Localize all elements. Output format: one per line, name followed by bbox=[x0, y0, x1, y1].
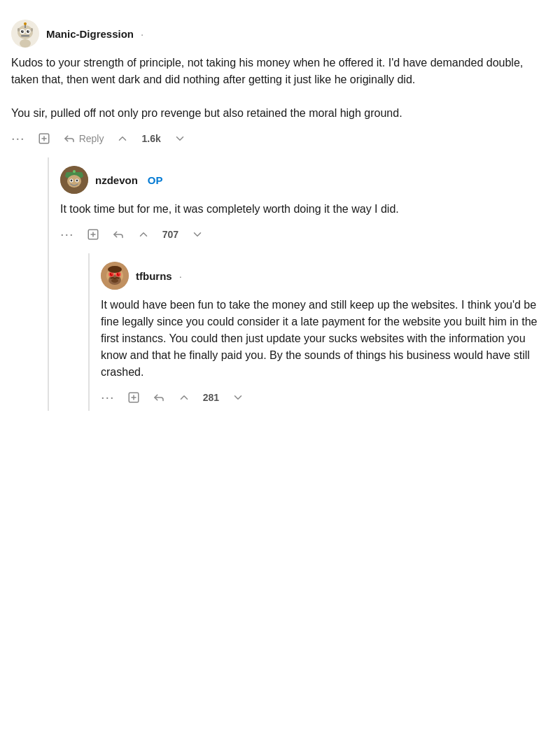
upvote-button[interactable] bbox=[137, 228, 150, 241]
svg-rect-12 bbox=[21, 35, 29, 37]
reply-button[interactable]: Reply bbox=[63, 132, 104, 145]
save-button[interactable] bbox=[87, 228, 99, 241]
nested-comment-tfburns-container: tfburns · It would have been fun to take… bbox=[88, 253, 549, 411]
svg-rect-2 bbox=[18, 28, 20, 31]
downvote-button[interactable] bbox=[174, 132, 186, 145]
svg-point-9 bbox=[27, 30, 29, 33]
svg-point-37 bbox=[118, 273, 120, 274]
svg-point-5 bbox=[24, 22, 27, 25]
svg-point-25 bbox=[76, 180, 78, 182]
downvote-button[interactable] bbox=[191, 228, 204, 241]
username: Manic-Digression bbox=[46, 28, 134, 40]
comment-body: It would have been fun to take the money… bbox=[101, 297, 549, 381]
svg-point-13 bbox=[20, 39, 31, 48]
username: nzdevon bbox=[95, 174, 138, 186]
vote-count: 1.6k bbox=[141, 133, 160, 144]
comment-actions: ··· bbox=[101, 389, 549, 405]
comment-manic-digression: Manic-Digression · Kudos to your strengt… bbox=[11, 11, 549, 152]
avatar bbox=[11, 20, 39, 48]
avatar bbox=[60, 166, 88, 194]
upvote-button[interactable] bbox=[116, 132, 129, 145]
op-badge: OP bbox=[148, 174, 163, 186]
svg-point-34 bbox=[110, 273, 113, 276]
dot: · bbox=[141, 28, 144, 40]
comment-actions: ··· Reply 1.6k bbox=[11, 130, 549, 146]
avatar bbox=[101, 262, 129, 290]
vote-count: 707 bbox=[162, 229, 178, 240]
save-button[interactable] bbox=[127, 391, 140, 404]
more-options-button[interactable]: ··· bbox=[60, 226, 74, 242]
nested-comments: nzdevon OP It took time but for me, it w… bbox=[48, 157, 549, 411]
svg-point-36 bbox=[111, 273, 113, 274]
svg-rect-3 bbox=[31, 28, 33, 31]
reply-label: Reply bbox=[79, 133, 104, 144]
reply-button[interactable] bbox=[112, 228, 125, 241]
dot: · bbox=[179, 270, 182, 282]
vote-count: 281 bbox=[203, 392, 219, 403]
svg-point-11 bbox=[28, 31, 29, 31]
svg-point-40 bbox=[108, 266, 122, 273]
svg-point-35 bbox=[117, 273, 120, 276]
svg-point-21 bbox=[73, 170, 76, 173]
comment-tfburns: tfburns · It would have been fun to take… bbox=[101, 253, 549, 411]
svg-rect-38 bbox=[114, 274, 115, 275]
downvote-button[interactable] bbox=[232, 391, 244, 404]
comment-nzdevon: nzdevon OP It took time but for me, it w… bbox=[60, 157, 549, 248]
upvote-button[interactable] bbox=[178, 391, 190, 404]
more-options-button[interactable]: ··· bbox=[101, 389, 115, 405]
svg-point-10 bbox=[22, 31, 23, 31]
comment-header: tfburns · bbox=[101, 262, 549, 290]
comment-header: nzdevon OP bbox=[60, 166, 549, 194]
comment-actions: ··· 707 bbox=[60, 226, 549, 242]
comment-body: Kudos to your strength of principle, not… bbox=[11, 55, 549, 122]
comment-header: Manic-Digression · bbox=[11, 20, 549, 48]
save-button[interactable] bbox=[38, 132, 50, 145]
svg-point-24 bbox=[71, 180, 73, 182]
svg-point-8 bbox=[21, 30, 24, 33]
comment-body: It took time but for me, it was complete… bbox=[60, 201, 549, 218]
username: tfburns bbox=[136, 270, 172, 282]
more-options-button[interactable]: ··· bbox=[11, 130, 25, 146]
reply-button[interactable] bbox=[153, 391, 165, 404]
